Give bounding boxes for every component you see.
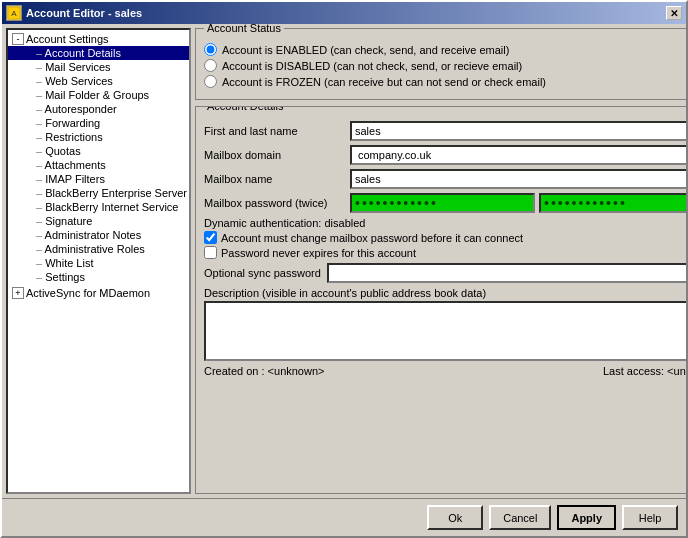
- sidebar-item-label-white-list: White List: [36, 257, 93, 269]
- desc-label: Description (visible in account's public…: [204, 287, 686, 299]
- sidebar-item-blackberry-enterprise[interactable]: BlackBerry Enterprise Server: [8, 186, 189, 200]
- content-area: - Account Settings Account Details Mail …: [2, 24, 686, 498]
- button-bar: Ok Cancel Apply Help: [2, 498, 686, 536]
- svg-text:A: A: [11, 9, 17, 18]
- sync-row: Optional sync password: [204, 263, 686, 283]
- sidebar-item-label-signature: Signature: [36, 215, 92, 227]
- checkbox-change-password-label: Account must change mailbox password bef…: [221, 232, 523, 244]
- sidebar-item-label-forwarding: Forwarding: [36, 117, 100, 129]
- sidebar-item-forwarding[interactable]: Forwarding: [8, 116, 189, 130]
- sidebar-item-admin-roles[interactable]: Administrative Roles: [8, 242, 189, 256]
- sidebar-tree: - Account Settings Account Details Mail …: [6, 28, 191, 494]
- ok-button[interactable]: Ok: [427, 505, 483, 530]
- sidebar-item-white-list[interactable]: White List: [8, 256, 189, 270]
- mailbox-name-input[interactable]: [350, 169, 686, 189]
- sidebar-item-signature[interactable]: Signature: [8, 214, 189, 228]
- sidebar-item-label-settings: Settings: [36, 271, 85, 283]
- title-bar: A Account Editor - sales ✕: [2, 2, 686, 24]
- sidebar-item-label-account-details: Account Details: [36, 47, 121, 59]
- sidebar-item-web-services[interactable]: Web Services: [8, 74, 189, 88]
- account-status-group-label: Account Status: [204, 24, 284, 34]
- sidebar-item-admin-notes[interactable]: Administrator Notes: [8, 228, 189, 242]
- checkbox-row-change-password: Account must change mailbox password bef…: [204, 231, 686, 244]
- mailbox-domain-select[interactable]: company.co.uk: [350, 145, 686, 165]
- password-input-1[interactable]: [350, 193, 535, 213]
- sidebar-item-restrictions[interactable]: Restrictions: [8, 130, 189, 144]
- sidebar-root-account-settings[interactable]: - Account Settings: [8, 32, 189, 46]
- help-button[interactable]: Help: [622, 505, 678, 530]
- sidebar-item-mail-services[interactable]: Mail Services: [8, 60, 189, 74]
- sidebar-item-label-attachments: Attachments: [36, 159, 106, 171]
- radio-frozen-label: Account is FROZEN (can receive but can n…: [222, 76, 546, 88]
- radio-enabled-label: Account is ENABLED (can check, send, and…: [222, 44, 509, 56]
- account-status-group: Account Status Account is ENABLED (can c…: [195, 28, 686, 100]
- sidebar-item-label-quotas: Quotas: [36, 145, 81, 157]
- form-grid: First and last name Mailbox domain compa…: [204, 121, 686, 213]
- window-icon: A: [6, 5, 22, 21]
- apply-button[interactable]: Apply: [557, 505, 616, 530]
- main-window: A Account Editor - sales ✕ - Account Set…: [0, 0, 688, 538]
- checkbox-never-expires-label: Password never expires for this account: [221, 247, 416, 259]
- first-last-input[interactable]: [350, 121, 686, 141]
- sidebar-item-label-mail-folder-groups: Mail Folder & Groups: [36, 89, 149, 101]
- checkbox-change-password[interactable]: [204, 231, 217, 244]
- main-panel: Account Status Account is ENABLED (can c…: [195, 28, 686, 494]
- sidebar-item-label-autoresponder: Autoresponder: [36, 103, 117, 115]
- sidebar-item-mail-folder-groups[interactable]: Mail Folder & Groups: [8, 88, 189, 102]
- sidebar-item-imap-filters[interactable]: IMAP Filters: [8, 172, 189, 186]
- desc-textarea[interactable]: [204, 301, 686, 361]
- sidebar-item-label-restrictions: Restrictions: [36, 131, 103, 143]
- radio-disabled-label: Account is DISABLED (can not check, send…: [222, 60, 522, 72]
- radio-row-enabled: Account is ENABLED (can check, send, and…: [204, 43, 686, 56]
- sidebar-root-activesync[interactable]: + ActiveSync for MDaemon: [8, 286, 189, 300]
- sidebar-item-attachments[interactable]: Attachments: [8, 158, 189, 172]
- sidebar-item-blackberry-internet[interactable]: BlackBerry Internet Service: [8, 200, 189, 214]
- sidebar-root2-label: ActiveSync for MDaemon: [26, 287, 150, 299]
- checkbox-never-expires[interactable]: [204, 246, 217, 259]
- sidebar-item-label-blackberry-enterprise: BlackBerry Enterprise Server: [36, 187, 187, 199]
- window-title: Account Editor - sales: [26, 7, 142, 19]
- password-input-2[interactable]: [539, 193, 686, 213]
- created-on-label: Created on : <unknown>: [204, 365, 324, 377]
- sidebar-item-account-details[interactable]: Account Details: [8, 46, 189, 60]
- sidebar-item-label-mail-services: Mail Services: [36, 61, 111, 73]
- sidebar-item-autoresponder[interactable]: Autoresponder: [8, 102, 189, 116]
- mailbox-domain-label: Mailbox domain: [204, 149, 344, 161]
- sidebar-item-label-web-services: Web Services: [36, 75, 113, 87]
- radio-frozen[interactable]: [204, 75, 217, 88]
- sidebar-item-settings[interactable]: Settings: [8, 270, 189, 284]
- dyn-auth-label: Dynamic authentication: disabled: [204, 217, 686, 229]
- close-button[interactable]: ✕: [666, 6, 682, 20]
- password-inputs-row: [350, 193, 686, 213]
- sidebar-item-label-blackberry-internet: BlackBerry Internet Service: [36, 201, 178, 213]
- cancel-button[interactable]: Cancel: [489, 505, 551, 530]
- first-last-label: First and last name: [204, 125, 344, 137]
- sidebar-item-quotas[interactable]: Quotas: [8, 144, 189, 158]
- account-details-group-label: Account Details: [204, 106, 286, 112]
- radio-row-frozen: Account is FROZEN (can receive but can n…: [204, 75, 686, 88]
- sidebar-item-label-admin-roles: Administrative Roles: [36, 243, 145, 255]
- sidebar-item-label-admin-notes: Administrator Notes: [36, 229, 141, 241]
- account-details-group: Account Details First and last name Mail…: [195, 106, 686, 494]
- sync-label: Optional sync password: [204, 267, 321, 279]
- sidebar-item-label-imap-filters: IMAP Filters: [36, 173, 105, 185]
- tree-expander-icon[interactable]: -: [12, 33, 24, 45]
- radio-row-disabled: Account is DISABLED (can not check, send…: [204, 59, 686, 72]
- sidebar-root-label: Account Settings: [26, 33, 109, 45]
- last-access-label: Last access: <unknown>: [603, 365, 686, 377]
- checkbox-row-never-expires: Password never expires for this account: [204, 246, 686, 259]
- sync-input[interactable]: [327, 263, 686, 283]
- mailbox-name-label: Mailbox name: [204, 173, 344, 185]
- radio-disabled[interactable]: [204, 59, 217, 72]
- footer-info: Created on : <unknown> Last access: <unk…: [204, 365, 686, 377]
- radio-enabled[interactable]: [204, 43, 217, 56]
- mailbox-password-label: Mailbox password (twice): [204, 197, 344, 209]
- tree-expander-activesync-icon[interactable]: +: [12, 287, 24, 299]
